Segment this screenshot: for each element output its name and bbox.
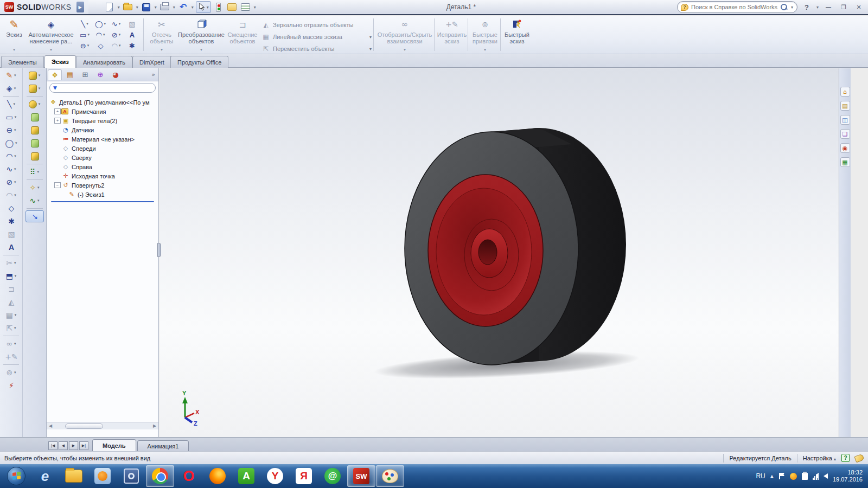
taskbar-chrome[interactable] bbox=[146, 465, 174, 487]
tree-item-solid-bodies[interactable]: + ▣ Твердые тела(2) bbox=[49, 116, 158, 125]
taskbar-media-player[interactable] bbox=[88, 465, 117, 487]
mirror-entities-button[interactable]: ◭ Зеркально отразить объекты bbox=[261, 20, 372, 30]
view-palette-icon[interactable]: ❏ bbox=[840, 129, 850, 139]
first-tab-button[interactable]: |◀ bbox=[48, 441, 58, 450]
rapid-sketch-tool[interactable]: ⚡ bbox=[2, 380, 21, 391]
taskbar-solidworks[interactable]: SW bbox=[347, 465, 375, 487]
new-caret-icon[interactable]: ▾ bbox=[117, 5, 120, 10]
feature-pattern-tool[interactable]: ⠿▾ bbox=[25, 166, 44, 178]
centerpoint-arc-tool[interactable]: ◠▾ bbox=[93, 29, 108, 40]
quick-snaps-button[interactable]: ⊚ Быстрые привязки ▾ bbox=[470, 17, 500, 52]
tray-clock[interactable]: 18:32 19.07.2016 bbox=[833, 469, 863, 483]
quick-snaps-tool[interactable]: ⊚▾ bbox=[2, 367, 21, 378]
relations-tool[interactable]: ∞▾ bbox=[2, 338, 21, 350]
tree-item-revolve[interactable]: − ↺ Повернуть2 bbox=[49, 181, 158, 190]
smart-dimension-button[interactable]: ◈ Автоматическое нанесение ра... ▾ bbox=[26, 17, 76, 52]
display-relations-button[interactable]: ∞ Отобразить/Скрыть взаимосвязи ▾ bbox=[376, 17, 433, 52]
smart-dimension-tool[interactable]: ◈▾ bbox=[2, 82, 21, 94]
scroll-right-icon[interactable]: ▶ bbox=[151, 423, 158, 428]
rapid-sketch-button[interactable]: Быстрый эскиз bbox=[502, 17, 532, 52]
design-library-icon[interactable]: ▤ bbox=[840, 101, 850, 111]
point-tool[interactable]: ✱ bbox=[2, 215, 21, 227]
language-indicator[interactable]: RU bbox=[756, 472, 765, 480]
fillet-tool[interactable]: ◠▾ bbox=[2, 189, 21, 201]
scroll-thumb[interactable] bbox=[65, 423, 103, 429]
last-tab-button[interactable]: ▶| bbox=[79, 441, 88, 450]
repair-sketch-button[interactable]: +✎ Исправить эскиз bbox=[436, 17, 468, 52]
reference-geometry-tool[interactable]: ✧▾ bbox=[25, 182, 44, 194]
tree-item-material[interactable]: ≔ Материал <не указан> bbox=[49, 134, 158, 144]
next-tab-button[interactable]: ▶ bbox=[69, 441, 78, 450]
collapse-icon[interactable]: − bbox=[54, 182, 61, 188]
selection-rect-tool[interactable]: ▧ bbox=[124, 18, 140, 29]
tab-office[interactable]: Продукты Office bbox=[170, 56, 228, 68]
taskbar-yandex-browser[interactable]: Я bbox=[290, 465, 318, 487]
resources-icon[interactable]: ⌂ bbox=[840, 87, 850, 97]
scroll-left-icon[interactable]: ◀ bbox=[47, 423, 54, 428]
taskbar-amigo[interactable]: A bbox=[232, 465, 260, 487]
tags-icon[interactable] bbox=[854, 453, 864, 463]
tab-sketch[interactable]: Эскиз bbox=[44, 55, 76, 68]
app-logo[interactable]: SW SOLIDWORKS ▶ bbox=[0, 0, 88, 14]
undo-caret-icon[interactable]: ▾ bbox=[191, 5, 194, 10]
convert-entities-button[interactable]: Преобразование объектов ▾ bbox=[179, 17, 224, 52]
axle-hole[interactable] bbox=[478, 240, 497, 265]
offset-tool[interactable]: ⊐ bbox=[2, 283, 21, 295]
rib-tool[interactable] bbox=[25, 150, 44, 162]
new-document-button[interactable] bbox=[104, 1, 116, 13]
tree-item-front-plane[interactable]: ◇ Спереди bbox=[49, 144, 158, 153]
chamfer-tool[interactable] bbox=[25, 111, 44, 123]
polygon-tool[interactable]: ◇ bbox=[2, 202, 21, 214]
open-button[interactable] bbox=[122, 1, 134, 13]
mirror-tool[interactable]: ◭ bbox=[2, 296, 21, 308]
menu-expand-icon[interactable]: ▶ bbox=[76, 2, 84, 12]
customize-menu[interactable]: Настройка ▴ bbox=[803, 455, 836, 461]
taskbar-internet-explorer[interactable]: e bbox=[31, 465, 59, 487]
panel-splitter-handle[interactable] bbox=[157, 243, 161, 257]
search-caret-icon[interactable]: ▾ bbox=[790, 5, 794, 10]
filter-input[interactable] bbox=[59, 85, 152, 91]
save-button[interactable] bbox=[141, 1, 152, 13]
select-tool-button[interactable]: ▾ bbox=[196, 1, 211, 13]
ellipse-tool[interactable]: ⊘▾ bbox=[108, 29, 124, 40]
graphics-viewport[interactable]: Y X Z bbox=[159, 68, 839, 437]
selection-rect-tool[interactable]: ▧ bbox=[2, 228, 21, 240]
spline-tool[interactable]: ∿▾ bbox=[2, 163, 21, 175]
model-tab[interactable]: Модель bbox=[92, 439, 136, 451]
circle-tool[interactable]: ◯▾ bbox=[2, 137, 21, 149]
action-center-flag-icon[interactable] bbox=[778, 473, 785, 479]
tray-clipboard-icon[interactable] bbox=[802, 473, 808, 480]
sketch-tool[interactable]: ✎▾ bbox=[2, 69, 21, 81]
trim-entities-button[interactable]: ✂ Отсечь объекты ▾ bbox=[148, 17, 176, 52]
extruded-boss-tool[interactable]: ▾ bbox=[25, 69, 44, 81]
volume-icon[interactable] bbox=[824, 473, 828, 479]
search-icon[interactable] bbox=[781, 4, 788, 11]
help-search-box[interactable]: ? ▾ bbox=[677, 1, 797, 13]
shell-tool[interactable] bbox=[25, 124, 44, 136]
offset-entities-button[interactable]: ⊐ Смещение объектов bbox=[226, 17, 259, 52]
restore-button[interactable]: ❐ bbox=[838, 2, 850, 12]
point-tool[interactable]: ✱ bbox=[124, 40, 140, 51]
move-entities-button[interactable]: ⇱ Переместить объекты ▾ bbox=[261, 43, 372, 54]
panel-overflow-icon[interactable]: » bbox=[151, 71, 157, 78]
quick-tips-icon[interactable]: ? bbox=[841, 454, 850, 462]
minimize-button[interactable]: — bbox=[822, 2, 834, 12]
taskbar-mail-ru[interactable]: @ bbox=[318, 465, 347, 487]
rollback-bar[interactable] bbox=[51, 201, 154, 202]
curves-tool[interactable]: ∿▾ bbox=[25, 195, 44, 207]
tree-item-origin[interactable]: ✛ Исходная точка bbox=[49, 171, 158, 181]
featuremanager-tab[interactable]: ❖ bbox=[48, 69, 62, 80]
tree-item-top-plane[interactable]: ◇ Сверху bbox=[49, 153, 158, 162]
convert-entities-tool[interactable]: ⬒▾ bbox=[2, 270, 21, 282]
options-caret-icon[interactable]: ▾ bbox=[253, 5, 257, 10]
file-explorer-icon[interactable]: ◫ bbox=[840, 115, 850, 125]
tree-horizontal-scrollbar[interactable]: ◀ ▶ bbox=[47, 422, 158, 429]
taskbar-opera[interactable]: O bbox=[175, 465, 203, 487]
taskbar-yandex-search[interactable]: Y bbox=[261, 465, 289, 487]
tray-expand-icon[interactable]: ▲ bbox=[770, 474, 774, 479]
polygon-tool[interactable]: ◇ bbox=[93, 40, 108, 51]
text-tool[interactable]: A bbox=[124, 29, 140, 40]
custom-properties-icon[interactable]: ▦ bbox=[840, 157, 850, 167]
tree-item-right-plane[interactable]: ◇ Справа bbox=[49, 162, 158, 171]
dimxpertmanager-tab[interactable]: ⊕ bbox=[93, 69, 107, 80]
